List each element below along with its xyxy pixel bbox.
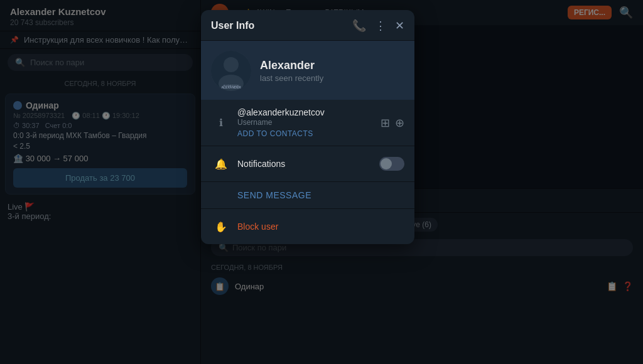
send-message-button[interactable]: SEND MESSAGE (237, 190, 311, 200)
notifications-toggle[interactable] (379, 157, 404, 171)
info-circle-icon: ℹ (211, 113, 231, 133)
block-user-row: ✋ Block user (201, 209, 414, 244)
phone-button[interactable]: 📞 (352, 19, 366, 33)
avatar-svg: ALEXANDER KUZNETCOV (211, 51, 251, 91)
username-row: ℹ @alexanderkuznetcov Username ADD TO CO… (201, 100, 414, 146)
user-avatar: ALEXANDER KUZNETCOV (211, 51, 251, 91)
more-button[interactable]: ⋮ (375, 19, 386, 33)
dialog-header: User Info 📞 ⋮ ✕ (201, 10, 414, 41)
username-value: @alexanderkuznetcov (237, 107, 381, 117)
user-status: last seen recently (260, 73, 323, 83)
username-content: @alexanderkuznetcov Username ADD TO CONT… (237, 107, 381, 138)
svg-point-1 (224, 57, 239, 72)
add-to-contacts-button[interactable]: ADD TO CONTACTS (237, 129, 381, 138)
user-info-dialog: User Info 📞 ⋮ ✕ ALEXANDER KUZNETCOV Alex… (201, 10, 414, 244)
notifications-label: Notifications (237, 159, 379, 169)
user-profile-section: ALEXANDER KUZNETCOV Alexander last seen … (201, 41, 414, 100)
svg-text:KUZNETCOV: KUZNETCOV (224, 84, 239, 87)
username-row-right: ⊞ ⊕ (381, 116, 404, 130)
bell-icon: 🔔 (211, 154, 231, 174)
avatar-inner: ALEXANDER KUZNETCOV (211, 51, 251, 91)
block-icon: ✋ (211, 217, 231, 237)
user-name: Alexander (260, 59, 323, 72)
dialog-title: User Info (211, 20, 254, 31)
share-icon[interactable]: ⊕ (395, 116, 404, 130)
close-button[interactable]: ✕ (395, 19, 404, 33)
dialog-header-actions: 📞 ⋮ ✕ (352, 19, 404, 33)
qr-icon[interactable]: ⊞ (381, 116, 390, 130)
send-message-row: SEND MESSAGE (201, 182, 414, 209)
username-label: Username (237, 118, 381, 127)
user-info-text: Alexander last seen recently (260, 59, 323, 83)
notifications-row: 🔔 Notifications (201, 146, 414, 182)
block-user-button[interactable]: Block user (237, 222, 278, 232)
